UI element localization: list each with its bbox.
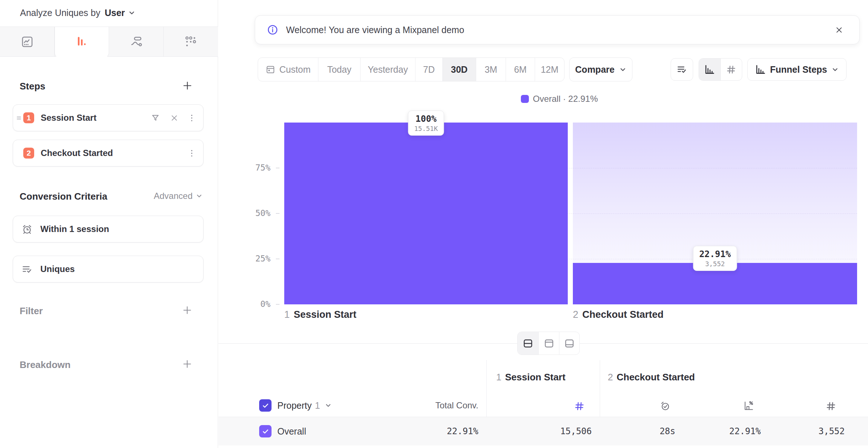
- cell-checkout-count: 3,552: [750, 426, 845, 436]
- banner-message: Welcome! You are viewing a Mixpanel demo: [286, 25, 464, 35]
- axis-tick-mark: [276, 304, 280, 305]
- property-label: Property: [277, 400, 312, 411]
- total-conv-header: Total Conv.: [387, 400, 478, 411]
- bar-chart-icon: [755, 64, 766, 75]
- bottom-panel-layout-icon: [564, 338, 575, 349]
- percent-view-button[interactable]: [699, 59, 721, 80]
- chevron-down-icon: [325, 402, 332, 409]
- retention-icon: [184, 35, 197, 48]
- step-label: Checkout Started: [41, 148, 113, 158]
- group-label: Session Start: [505, 372, 565, 383]
- uniques-toggle-button[interactable]: [671, 58, 693, 81]
- advanced-dropdown[interactable]: Advanced: [154, 191, 203, 201]
- conversion-criteria-title: Conversion Criteria: [20, 191, 107, 202]
- x-axis-step-label: 1 Session Start: [284, 309, 357, 320]
- row-name: Overall: [277, 426, 306, 437]
- step-menu-kebab-icon[interactable]: [187, 148, 197, 158]
- date-range-label: 7D: [423, 64, 435, 75]
- step-number: 2: [573, 309, 578, 320]
- compare-label: Compare: [575, 64, 614, 75]
- date-range-label: 6M: [514, 64, 527, 75]
- mixpanel-funnel-report: Analyze Uniques by User Steps 1 Session …: [0, 0, 868, 448]
- step-label: Session Start: [41, 113, 96, 123]
- date-range-30d-selected[interactable]: 30D: [443, 58, 476, 81]
- table-group-header-session-start: 1 Session Start: [496, 372, 566, 383]
- info-icon: [266, 24, 279, 36]
- steps-section-title: Steps: [20, 81, 45, 92]
- add-step-button[interactable]: [182, 80, 193, 91]
- step-name: Checkout Started: [582, 309, 664, 320]
- report-type-tabs: [0, 27, 218, 57]
- tab-insights[interactable]: [0, 27, 55, 56]
- tab-funnels[interactable]: [55, 27, 109, 58]
- bar-chart-icon: [704, 64, 715, 75]
- layout-table-only-button[interactable]: [559, 332, 579, 355]
- date-range-label: Custom: [279, 64, 310, 75]
- banner-close-icon[interactable]: [834, 25, 844, 35]
- step-name: Session Start: [294, 309, 357, 320]
- funnel-bar-session-start[interactable]: [284, 123, 568, 304]
- x-axis-step-label: 2 Checkout Started: [573, 309, 664, 320]
- tab-retention[interactable]: [164, 27, 218, 56]
- chart-type-dropdown[interactable]: Funnel Steps: [747, 58, 847, 81]
- layout-chart-only-button[interactable]: [539, 332, 559, 355]
- axis-tick-mark: [276, 213, 280, 214]
- cell-session-start-count: 15,506: [497, 426, 592, 436]
- bar-value-tooltip: 100% 15.51K: [408, 111, 444, 136]
- layout-split-button[interactable]: [518, 332, 539, 355]
- counting-method-label: Uniques: [40, 264, 75, 274]
- add-breakdown-button[interactable]: [182, 359, 193, 369]
- count-metric-icon-selected[interactable]: [574, 401, 585, 412]
- date-range-today[interactable]: Today: [318, 58, 361, 81]
- chart-legend[interactable]: Overall · 22.91%: [521, 94, 598, 104]
- select-all-checkbox[interactable]: [259, 399, 272, 412]
- conversion-rate-metric-icon[interactable]: [743, 400, 754, 412]
- analyze-header: Analyze Uniques by User: [20, 7, 136, 19]
- conversion-window-label: Within 1 session: [40, 224, 109, 234]
- add-filter-button[interactable]: [182, 305, 193, 316]
- row-checkbox[interactable]: [259, 425, 272, 437]
- chevron-down-icon: [619, 66, 627, 73]
- table-group-header-checkout-started: 2 Checkout Started: [608, 372, 695, 383]
- date-range-12m[interactable]: 12M: [535, 58, 564, 81]
- date-range-custom[interactable]: Custom: [258, 58, 318, 81]
- step-filter-icon[interactable]: [150, 113, 160, 123]
- legend-swatch: [521, 95, 529, 103]
- y-axis-tick: 0%: [234, 299, 270, 309]
- value-format-toggle: [699, 58, 742, 81]
- step-number-badge: 2: [23, 148, 34, 159]
- number-view-button[interactable]: [721, 59, 742, 80]
- date-range-3m[interactable]: 3M: [476, 58, 506, 81]
- date-range-6m[interactable]: 6M: [506, 58, 535, 81]
- step-card-2[interactable]: 2 Checkout Started: [13, 140, 204, 167]
- compare-button[interactable]: Compare: [569, 57, 632, 81]
- date-range-label: 3M: [485, 64, 497, 75]
- step-menu-kebab-icon[interactable]: [187, 113, 197, 123]
- analyze-by-value: User: [105, 8, 125, 18]
- breakdown-section-title: Breakdown: [20, 359, 71, 371]
- advanced-label: Advanced: [154, 191, 193, 201]
- check-icon: [261, 427, 270, 436]
- analyze-by-dropdown[interactable]: User: [105, 8, 136, 18]
- y-axis-tick: 75%: [234, 163, 270, 172]
- date-range-label: Yesterday: [368, 64, 408, 75]
- tab-flows[interactable]: [109, 27, 164, 56]
- drag-handle-icon[interactable]: [15, 113, 23, 122]
- group-index: 2: [608, 372, 613, 383]
- count-metric-icon[interactable]: [825, 401, 836, 412]
- top-panel-layout-icon: [543, 338, 555, 349]
- avg-time-metric-icon[interactable]: [660, 400, 671, 412]
- bar-count-label: 15.51K: [414, 125, 438, 132]
- axis-tick-mark: [276, 168, 280, 168]
- query-builder-sidebar: Analyze Uniques by User Steps 1 Session …: [0, 0, 218, 448]
- counting-method-card[interactable]: Uniques: [13, 256, 204, 283]
- property-dropdown[interactable]: Property 1: [277, 399, 332, 412]
- step-card-1[interactable]: 1 Session Start: [13, 104, 204, 131]
- funnels-icon: [75, 35, 89, 49]
- date-range-yesterday[interactable]: Yesterday: [361, 58, 415, 81]
- conversion-window-card[interactable]: Within 1 session: [13, 216, 204, 243]
- chevron-down-icon: [831, 66, 839, 73]
- date-range-7d[interactable]: 7D: [415, 58, 443, 81]
- group-label: Checkout Started: [616, 372, 695, 383]
- step-remove-icon[interactable]: [169, 113, 179, 123]
